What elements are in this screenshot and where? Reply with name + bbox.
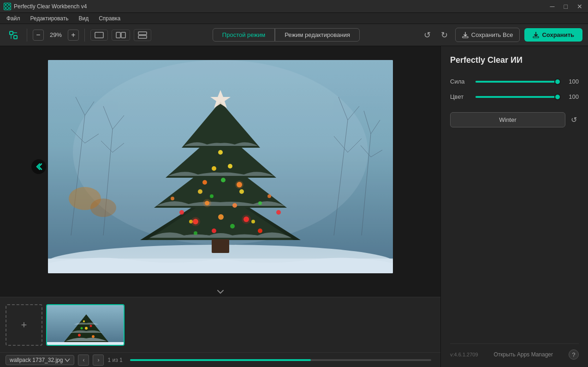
toolbar-right: ↺ ↻ Сохранить Все Сохранить — [421, 28, 582, 42]
filename-selector[interactable]: wallpack 1737_32.jpg — [6, 355, 74, 365]
right-panel: Perfectly Clear ИИ Сила 100 Цвет 100 Win… — [440, 46, 588, 367]
titlebar-left: Perfectly Clear Workbench v4 — [4, 3, 87, 10]
titlebar: Perfectly Clear Workbench v4 ─ □ ✕ — [0, 0, 588, 13]
view-single-button[interactable] — [90, 30, 108, 41]
panel-footer: v:4.6.1.2709 Открыть Apps Manager ? — [450, 343, 579, 360]
divider-1 — [27, 29, 27, 42]
svg-rect-9 — [116, 32, 120, 38]
strength-slider-thumb — [554, 78, 561, 85]
svg-rect-89 — [47, 342, 124, 345]
panel-title: Perfectly Clear ИИ — [450, 55, 579, 65]
titlebar-title: Perfectly Clear Workbench v4 — [14, 3, 87, 10]
preset-reset-button[interactable]: ↺ — [569, 114, 579, 126]
titlebar-controls: ─ □ ✕ — [548, 3, 584, 10]
panel-spacer — [450, 127, 579, 343]
edit-mode-button[interactable]: Режим редактирования — [275, 28, 360, 42]
svg-rect-10 — [121, 32, 125, 38]
fit-button[interactable] — [6, 28, 21, 42]
strength-value-label: 100 — [565, 78, 579, 85]
next-page-button[interactable]: › — [93, 355, 104, 366]
filmstrip-scrollbar[interactable] — [130, 359, 431, 361]
filename-label: wallpack 1737_32.jpg — [10, 357, 63, 363]
menu-help[interactable]: Справка — [94, 14, 125, 23]
save-all-button[interactable]: Сохранить Все — [455, 28, 520, 42]
svg-rect-78 — [48, 60, 393, 273]
prev-page-button[interactable]: ‹ — [78, 355, 89, 366]
toolbar: − 29% + Простой режим Режим редактирован… — [0, 24, 588, 46]
zoom-minus-button[interactable]: − — [33, 30, 44, 41]
menu-file[interactable]: Файл — [2, 14, 25, 23]
save-button[interactable]: Сохранить — [524, 28, 582, 42]
svg-rect-4 — [10, 31, 13, 35]
help-button[interactable]: ? — [569, 349, 579, 360]
image-viewport — [0, 46, 440, 287]
close-button[interactable]: ✕ — [575, 3, 584, 10]
filmstrip: + — [0, 297, 440, 352]
preset-row: Winter ↺ — [450, 112, 579, 127]
svg-rect-3 — [8, 7, 10, 9]
svg-rect-13 — [463, 36, 468, 38]
svg-rect-8 — [95, 32, 103, 38]
strength-slider-track[interactable] — [475, 81, 560, 83]
undo-button[interactable]: ↺ — [421, 28, 434, 42]
view-compare-h-button[interactable] — [112, 30, 130, 41]
strength-slider-row: Сила 100 — [450, 78, 579, 85]
thumbnail-image — [47, 305, 124, 345]
svg-point-85 — [81, 327, 83, 329]
color-value-label: 100 — [565, 93, 579, 100]
add-photo-button[interactable]: + — [6, 304, 42, 346]
page-info-label: 1 из 1 — [107, 357, 122, 363]
svg-rect-12 — [138, 36, 147, 38]
thumbnail-item[interactable] — [46, 304, 125, 346]
main-content: + — [0, 46, 588, 367]
svg-rect-2 — [5, 7, 7, 9]
toolbar-mode-switch: Простой режим Режим редактирования — [155, 28, 417, 42]
app-icon — [4, 3, 11, 10]
minimize-button[interactable]: ─ — [548, 3, 557, 10]
view-compare-v-button[interactable] — [134, 29, 151, 41]
divider-2 — [84, 29, 85, 42]
svg-point-83 — [92, 335, 95, 338]
zoom-plus-button[interactable]: + — [68, 30, 79, 41]
nav-prev-image-button[interactable] — [31, 159, 46, 174]
svg-point-87 — [83, 320, 85, 322]
svg-point-82 — [78, 334, 81, 337]
simple-mode-button[interactable]: Простой режим — [213, 28, 275, 42]
svg-rect-11 — [138, 32, 147, 35]
color-label: Цвет — [450, 93, 471, 100]
color-slider-thumb — [554, 94, 561, 100]
color-slider-row: Цвет 100 — [450, 93, 579, 100]
strength-label: Сила — [450, 78, 471, 85]
redo-button[interactable]: ↻ — [438, 28, 451, 42]
maximize-button[interactable]: □ — [562, 3, 570, 10]
color-slider-track[interactable] — [475, 96, 560, 98]
svg-rect-14 — [533, 36, 539, 38]
menu-view[interactable]: Вид — [74, 14, 93, 23]
svg-rect-5 — [14, 36, 17, 39]
menu-edit[interactable]: Редактировать — [26, 14, 73, 23]
main-image — [48, 60, 393, 273]
svg-rect-1 — [8, 4, 10, 6]
version-label: v:4.6.1.2709 — [450, 352, 478, 357]
menubar: Файл Редактировать Вид Справка — [0, 13, 588, 24]
zoom-value-label: 29% — [48, 31, 64, 38]
canvas-area: + — [0, 46, 440, 367]
apps-manager-button[interactable]: Открыть Apps Manager — [493, 350, 554, 359]
statusbar: wallpack 1737_32.jpg ‹ › 1 из 1 — [0, 352, 440, 367]
filmstrip-toggle-button[interactable] — [0, 287, 440, 297]
svg-rect-0 — [5, 4, 7, 6]
svg-point-84 — [85, 327, 88, 330]
strength-slider-fill — [475, 81, 560, 83]
filmstrip-scroll-fill — [130, 359, 311, 361]
preset-button[interactable]: Winter — [450, 112, 565, 127]
svg-point-86 — [90, 325, 92, 327]
color-slider-fill — [475, 96, 560, 98]
